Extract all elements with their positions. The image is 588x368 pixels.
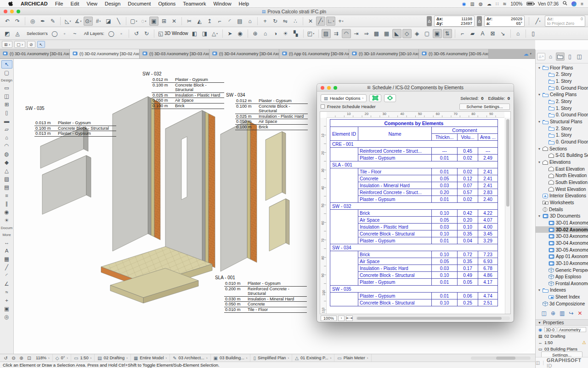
tree-item[interactable]: 3D-03 Axonometry <box>536 233 588 240</box>
marquee-rect-icon[interactable]: ▢ <box>423 29 432 38</box>
extensions-icon[interactable]: ∷ <box>496 1 498 6</box>
tree-item[interactable]: 3D-05 Axonometry <box>536 247 588 253</box>
tree-item[interactable]: ▼Elevations <box>536 159 588 166</box>
arc-tool[interactable]: ◜ <box>1 271 12 280</box>
tree-item[interactable]: 1. Story <box>536 105 588 112</box>
door-tool[interactable]: ◫ <box>1 92 12 100</box>
minimize-button[interactable] <box>10 10 14 13</box>
menu-edit[interactable]: Edit <box>67 1 83 6</box>
projection-icon[interactable]: △▾ <box>210 29 220 38</box>
figure-tool[interactable]: ▣ <box>1 305 12 313</box>
cut-hatch-icon[interactable]: ◣ <box>392 29 401 38</box>
text-tool[interactable]: A <box>1 247 12 255</box>
roof-tool[interactable]: ⌂ <box>1 133 12 142</box>
snap-grid-icon[interactable]: #▾ <box>94 17 103 26</box>
project-chooser-button[interactable]: ⌂› <box>537 53 545 60</box>
look-to-icon[interactable]: ◉ <box>236 29 245 38</box>
cutaway-3d-icon[interactable]: ◨ <box>200 29 209 38</box>
sun-icon[interactable]: ☀ <box>281 29 290 38</box>
schedule-group-row[interactable]: CRE - 001 <box>330 141 498 148</box>
window-titlebar[interactable]: ▤ Prova Calcolo strati IFC.pln <box>0 8 588 15</box>
scheme-settings-button[interactable]: Scheme Settings... <box>459 104 510 110</box>
freeze-header-checkbox[interactable] <box>321 104 325 109</box>
select-area-button[interactable] <box>369 94 381 102</box>
tab-6[interactable]: (!) 3D-10 Axonometry [3D-10 Axono... <box>349 49 419 58</box>
resize-icon[interactable]: ▤ <box>235 17 244 26</box>
property-scale-row[interactable]: ↔ 1:50 ⚠ <box>536 339 588 345</box>
tree-item[interactable]: Worksheets <box>536 199 588 206</box>
snap-points-icon[interactable]: ⊙▾ <box>84 17 93 26</box>
dim-prefs-icon[interactable]: ⇅ <box>443 29 452 38</box>
measure-icon[interactable]: ⊞ <box>159 17 169 26</box>
properties-header[interactable]: ▼Properties <box>536 319 588 326</box>
spline-edit-icon[interactable]: ↘ <box>498 29 508 38</box>
edit-area-button[interactable] <box>384 94 396 102</box>
schedule-data-row[interactable]: Brick0.100.727.23 <box>330 251 498 258</box>
tree-item[interactable]: 2. Story <box>536 98 588 105</box>
spline-tool[interactable]: ≈ <box>1 288 12 296</box>
schedule-titlebar[interactable]: ⊞ Schedule / ICS-02 Components by Elemen… <box>317 84 514 92</box>
tab-b-icon[interactable]: ⇒ <box>362 29 371 38</box>
expander-icon[interactable]: ▼ <box>537 120 541 123</box>
tree-item[interactable]: South Elevation <box>536 179 588 186</box>
slab-tool[interactable]: ▱ <box>1 125 12 133</box>
selections-drop-icon[interactable]: ◦ <box>60 29 69 38</box>
tree-item[interactable]: S-01 Building Section <box>536 152 588 159</box>
schedule-close-button[interactable] <box>321 86 324 90</box>
multiply-icon[interactable]: ∴ <box>291 17 300 26</box>
tab-a-icon[interactable]: ⇥ <box>352 29 361 38</box>
shell-tool[interactable]: ◠ <box>1 142 12 150</box>
tab-2[interactable]: (!) 3D-02 Axonometry [3D-02 Axon... <box>70 49 140 58</box>
schedule-data-row[interactable]: Tile - Floor0.010.022.41 <box>330 168 498 175</box>
tab-7[interactable]: (!) 3D-05 Axonometry [3D-05 Axono... <box>419 49 489 58</box>
curtain-wall-tool[interactable]: ▤ <box>1 183 12 191</box>
stair-tool[interactable]: ≡ <box>1 191 12 200</box>
selections-ellipse-icon[interactable]: ◯ <box>50 29 59 38</box>
split-icon[interactable]: ◭ <box>195 17 204 26</box>
keyboard-battery-icon[interactable]: ▥ <box>470 1 475 6</box>
schedule-group-row[interactable]: SW - 032 <box>330 203 498 210</box>
schedule-zoom-menu[interactable]: › <box>338 316 345 321</box>
expander-icon[interactable]: ▼ <box>537 214 541 218</box>
hatch-b-icon[interactable]: ▦ <box>382 29 391 38</box>
schedule-title-row[interactable]: Components by Elements <box>330 120 498 127</box>
cover-fill-icon[interactable]: ◠ <box>342 29 351 38</box>
filter-3d-icon[interactable]: ◧ <box>190 29 199 38</box>
schedule-group-row[interactable]: SW - 034 <box>330 244 498 251</box>
menu-file[interactable]: File <box>51 1 67 6</box>
overlay-icon[interactable]: ▣ <box>433 29 442 38</box>
home-story-icon[interactable]: ⌂ <box>514 29 523 38</box>
tree-item[interactable]: 0. Ground Floor <box>536 112 588 119</box>
trim-icon[interactable]: ✂ <box>185 17 194 26</box>
tree-item[interactable]: 2. Story <box>536 71 588 78</box>
tree-item[interactable]: Frontal Axonometry <box>536 280 588 287</box>
schedule-header-row[interactable]: Element IDNameComponent <box>330 127 498 134</box>
menu-document[interactable]: Document <box>124 1 154 6</box>
object-tool[interactable]: ◉ <box>1 208 12 216</box>
wall-tool[interactable]: ▭ <box>1 84 12 92</box>
zoom-level-control[interactable]: 118%› <box>33 354 53 362</box>
tree-item[interactable]: ▼3D Documents <box>536 213 588 219</box>
3d-window-icon[interactable]: ◱3D Window <box>157 29 189 38</box>
cloud-icon[interactable]: ☁ <box>487 1 492 6</box>
tree-item[interactable]: ▼Structural Plans <box>536 118 588 125</box>
tree-item[interactable]: 2. Story <box>536 125 588 132</box>
menu-archicad[interactable]: ARCHICAD <box>17 1 51 6</box>
layers-ellipse-icon[interactable]: ◯ <box>107 29 116 38</box>
tab-3[interactable]: (!) 3D-03 Axonometry [3D-03 Axon... <box>140 49 209 58</box>
pick-up-parameters-icon[interactable]: ◎ <box>28 17 37 26</box>
zoom-in-icon[interactable]: ⊕ <box>17 356 25 361</box>
schedule-zoom-value[interactable]: 100% <box>321 316 337 321</box>
tab-4[interactable]: (!) 3D-04 Axonometry [3D-04 Axon... <box>209 49 279 58</box>
beam-tool[interactable]: ▬ <box>1 117 12 125</box>
siri-icon[interactable] <box>571 1 577 6</box>
cancel-input-icon[interactable]: ✕ <box>170 17 179 26</box>
scale-control[interactable]: ▭1:50› <box>71 354 95 362</box>
schedule-minimize-button[interactable] <box>327 86 331 90</box>
railing-tool[interactable]: ∥ <box>1 200 12 208</box>
anchor-icon[interactable]: ◌▾ <box>139 17 148 26</box>
stretch-icon[interactable]: ⌂ <box>245 17 254 26</box>
menu-design[interactable]: Design <box>101 1 124 6</box>
view-map-tab[interactable] <box>556 52 565 61</box>
structure-display-control[interactable]: ▦Entire Model› <box>131 354 170 362</box>
